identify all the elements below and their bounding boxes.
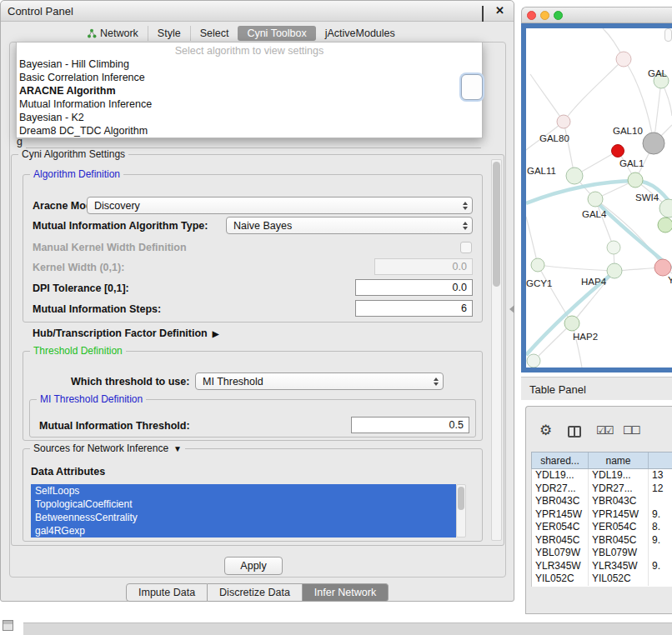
zoom-traffic-button[interactable]	[554, 11, 563, 20]
node-hap4[interactable]	[607, 263, 622, 278]
collapse-arrow-icon[interactable]: ▶	[213, 329, 219, 338]
aracne-mode-combobox[interactable]: Discovery	[87, 197, 473, 214]
network-graph[interactable]: GAL GAL80 GAL10 GAL11 GAL1 SWI4 GAL4 GCY…	[526, 28, 672, 368]
manual-kernel-width-label: Manual Kernel Width Definition	[33, 242, 187, 253]
combobox-value: MI Threshold	[203, 376, 263, 388]
dropdown-item[interactable]: Bayesian - K2	[17, 111, 482, 124]
cell: 9.	[649, 560, 672, 573]
table-row[interactable]: YDL19... YDL19... 13	[532, 469, 672, 482]
node-label: HAP2	[573, 332, 598, 342]
attributes-scrollbar-track[interactable]	[456, 484, 466, 538]
kernel-width-field[interactable]	[374, 258, 473, 275]
combobox-arrows-icon	[463, 202, 468, 210]
table-row[interactable]: YBR043C YBR043C	[532, 495, 672, 508]
network-view-window: GAL GAL80 GAL10 GAL11 GAL1 SWI4 GAL4 GCY…	[521, 7, 672, 372]
node-gal80[interactable]	[557, 115, 570, 128]
column-header-shared-name[interactable]: shared...	[532, 452, 589, 468]
dropdown-item-selected[interactable]: ARACNE Algorithm	[17, 84, 482, 98]
manual-kernel-width-checkbox[interactable]	[460, 242, 472, 253]
settings-scrollbar-thumb[interactable]	[493, 162, 500, 287]
table-row[interactable]: YER054C YER054C 8.	[532, 521, 672, 534]
dropdown-item[interactable]: Dream8 DC_TDC Algorithm	[17, 124, 482, 138]
dropdown-item[interactable]: Basic Correlation Inference	[17, 71, 482, 84]
mi-threshold-field[interactable]	[351, 417, 469, 433]
cell: YBR043C	[589, 495, 649, 508]
network-canvas[interactable]: GAL GAL80 GAL10 GAL11 GAL1 SWI4 GAL4 GCY…	[526, 28, 672, 368]
network-tab-icon	[87, 28, 97, 38]
mi-algorithm-type-combobox[interactable]: Naive Bayes	[226, 217, 473, 234]
dropdown-item[interactable]: Bayesian - Hill Climbing	[17, 58, 482, 71]
deselect-all-icon[interactable]: ☐☐	[623, 424, 639, 437]
dropdown-item[interactable]: Mutual Information Inference	[17, 98, 482, 111]
select-all-icon[interactable]: ☑☑	[596, 424, 612, 437]
node-gal10[interactable]	[643, 132, 664, 154]
node[interactable]	[616, 52, 631, 67]
panel-divider-grip[interactable]	[509, 305, 514, 313]
tab-cyni-toolbox[interactable]: Cyni Toolbox	[238, 26, 315, 41]
node-label: Y	[668, 275, 672, 285]
node-gal11[interactable]	[566, 168, 583, 184]
show-columns-icon[interactable]	[568, 426, 581, 438]
close-window-button[interactable]: ✕	[495, 4, 504, 17]
cell: YIL052C	[589, 572, 649, 586]
node[interactable]	[607, 241, 620, 254]
expand-arrow-icon[interactable]: ▼	[173, 444, 182, 453]
table-row[interactable]: YBR045C YBR045C 9.	[532, 534, 672, 548]
combobox-value: Naive Bayes	[233, 220, 292, 232]
table-row[interactable]: YIL052C YIL052C	[532, 572, 672, 586]
table-row[interactable]: YBL079W YBL079W	[532, 547, 672, 560]
node-gcy1[interactable]	[531, 258, 544, 272]
apply-button[interactable]: Apply	[224, 557, 283, 575]
which-threshold-label: Which threshold to use:	[71, 376, 189, 388]
node-pink[interactable]	[654, 259, 671, 276]
tab-discretize-data[interactable]: Discretize Data	[208, 583, 303, 602]
table-window: ⚙ ☑☑ ☐☐ shared... name YDL19... YDL19...…	[525, 406, 672, 614]
control-panel-titlebar[interactable]: Control Panel ✕	[1, 1, 514, 22]
canvas-scrollbar-fragment[interactable]	[664, 28, 672, 42]
float-window-button[interactable]	[482, 7, 492, 17]
node-hap2[interactable]	[564, 316, 579, 331]
tab-impute-data[interactable]: Impute Data	[126, 583, 208, 602]
minimized-panel-icon[interactable]	[3, 620, 13, 631]
tab-label: Impute Data	[138, 587, 195, 598]
settings-scrollbar-track[interactable]	[491, 159, 502, 541]
node-red[interactable]	[612, 145, 624, 158]
node-gal4[interactable]	[588, 192, 603, 207]
attribute-item-selected[interactable]: BetweennessCentrality	[31, 511, 456, 524]
gear-icon[interactable]: ⚙	[539, 422, 552, 439]
algorithm-combobox-fragment[interactable]	[461, 74, 483, 100]
tab-select[interactable]: Select	[190, 26, 238, 41]
hub-definition-section[interactable]: Hub/Transcription Factor Definition ▶	[33, 328, 218, 339]
node-gal1[interactable]	[628, 172, 643, 188]
attribute-item-selected[interactable]: SelfLoops	[31, 484, 456, 498]
attributes-scrollbar-thumb[interactable]	[458, 487, 464, 510]
dropdown-placeholder-item[interactable]: Select algorithm to view settings	[17, 44, 482, 58]
mi-steps-field[interactable]	[355, 300, 473, 317]
tab-style[interactable]: Style	[148, 26, 190, 41]
table-row[interactable]: YDR27... YDR27... 12	[532, 482, 672, 496]
node-label: HAP4	[581, 277, 607, 287]
sources-group-title-row[interactable]: Sources for Network Inference ▼	[30, 442, 185, 454]
table-row[interactable]: YPR145W YPR145W 9.	[532, 508, 672, 522]
tab-network[interactable]: Network	[78, 26, 148, 41]
cell: 13	[649, 469, 672, 482]
combobox-arrows-icon	[463, 222, 468, 230]
attribute-item-selected[interactable]: TopologicalCoefficient	[31, 498, 456, 511]
hidden-group-border-fragment	[26, 148, 481, 148]
cell: YDR27...	[589, 482, 649, 496]
dpi-tolerance-field[interactable]	[355, 279, 473, 296]
tab-jactivemodules[interactable]: jActiveModules	[316, 26, 404, 41]
node-label: SWI4	[635, 192, 659, 202]
column-header-name[interactable]: name	[589, 452, 649, 468]
attribute-item-selected[interactable]: gal4RGexp	[31, 524, 456, 538]
close-traffic-button[interactable]	[527, 11, 536, 20]
table-row[interactable]: YLR345W YLR345W 9.	[532, 560, 672, 573]
minimize-traffic-button[interactable]	[540, 11, 549, 20]
tab-infer-network[interactable]: Infer Network	[303, 583, 389, 602]
network-window-titlebar[interactable]	[521, 7, 672, 23]
column-header-cut[interactable]	[649, 452, 672, 468]
node[interactable]	[658, 218, 672, 232]
node[interactable]	[527, 354, 540, 368]
which-threshold-combobox[interactable]: MI Threshold	[195, 372, 444, 390]
bottom-tab-bar: Impute Data Discretize Data Infer Networ…	[126, 583, 389, 602]
